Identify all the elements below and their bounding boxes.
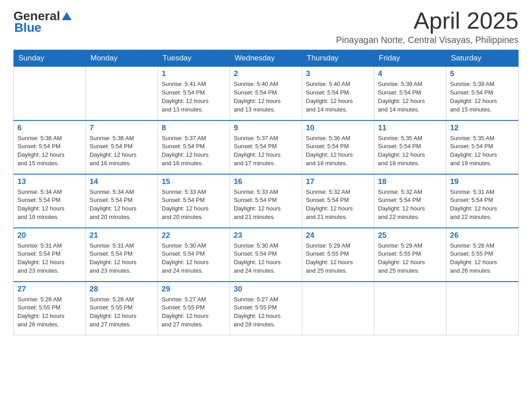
day-info: Sunrise: 5:30 AM Sunset: 5:54 PM Dayligh… [162,242,226,275]
calendar-cell: 28Sunrise: 5:28 AM Sunset: 5:55 PM Dayli… [86,282,158,335]
day-info: Sunrise: 5:31 AM Sunset: 5:54 PM Dayligh… [17,242,82,275]
day-info: Sunrise: 5:40 AM Sunset: 5:54 PM Dayligh… [234,80,298,114]
day-number: 12 [450,124,515,133]
calendar-cell: 17Sunrise: 5:32 AM Sunset: 5:54 PM Dayli… [302,174,374,228]
calendar-cell: 2Sunrise: 5:40 AM Sunset: 5:54 PM Daylig… [230,67,302,120]
calendar-cell: 16Sunrise: 5:33 AM Sunset: 5:54 PM Dayli… [230,174,302,228]
day-info: Sunrise: 5:35 AM Sunset: 5:54 PM Dayligh… [378,134,442,168]
calendar-table: SundayMondayTuesdayWednesdayThursdayFrid… [13,50,519,335]
weekday-header-monday: Monday [86,50,158,67]
calendar-cell: 12Sunrise: 5:35 AM Sunset: 5:54 PM Dayli… [446,120,519,174]
day-info: Sunrise: 5:38 AM Sunset: 5:54 PM Dayligh… [90,134,154,168]
calendar-cell: 15Sunrise: 5:33 AM Sunset: 5:54 PM Dayli… [158,174,230,228]
calendar-cell: 20Sunrise: 5:31 AM Sunset: 5:54 PM Dayli… [14,228,86,282]
calendar-cell: 21Sunrise: 5:31 AM Sunset: 5:54 PM Dayli… [86,228,158,282]
day-info: Sunrise: 5:39 AM Sunset: 5:54 PM Dayligh… [378,80,442,114]
day-info: Sunrise: 5:28 AM Sunset: 5:55 PM Dayligh… [90,295,154,329]
day-number: 14 [90,177,154,186]
weekday-header-thursday: Thursday [302,50,374,67]
calendar-cell: 10Sunrise: 5:36 AM Sunset: 5:54 PM Dayli… [302,120,374,174]
calendar-week-row: 1Sunrise: 5:41 AM Sunset: 5:54 PM Daylig… [14,67,519,120]
calendar-cell: 25Sunrise: 5:29 AM Sunset: 5:55 PM Dayli… [374,228,446,282]
day-number: 22 [162,231,226,240]
logo-blue-text: Blue [13,21,42,35]
calendar-cell: 1Sunrise: 5:41 AM Sunset: 5:54 PM Daylig… [158,67,230,120]
day-info: Sunrise: 5:37 AM Sunset: 5:54 PM Dayligh… [234,134,298,168]
weekday-header-saturday: Saturday [446,50,519,67]
weekday-header-friday: Friday [374,50,446,67]
day-number: 13 [17,177,82,186]
calendar-cell: 7Sunrise: 5:38 AM Sunset: 5:54 PM Daylig… [86,120,158,174]
day-number: 2 [234,69,298,78]
day-info: Sunrise: 5:33 AM Sunset: 5:54 PM Dayligh… [234,188,298,222]
day-number: 17 [306,177,370,186]
day-info: Sunrise: 5:36 AM Sunset: 5:54 PM Dayligh… [306,134,370,168]
day-number: 23 [234,231,298,240]
calendar-week-row: 13Sunrise: 5:34 AM Sunset: 5:54 PM Dayli… [14,174,519,228]
day-info: Sunrise: 5:39 AM Sunset: 5:54 PM Dayligh… [450,80,515,114]
day-info: Sunrise: 5:37 AM Sunset: 5:54 PM Dayligh… [162,134,226,168]
day-info: Sunrise: 5:30 AM Sunset: 5:54 PM Dayligh… [234,242,298,275]
day-number: 25 [378,231,442,240]
day-number: 1 [162,69,226,78]
day-number: 21 [90,231,154,240]
day-number: 6 [17,124,82,133]
calendar-cell: 14Sunrise: 5:34 AM Sunset: 5:54 PM Dayli… [86,174,158,228]
day-info: Sunrise: 5:34 AM Sunset: 5:54 PM Dayligh… [90,188,154,222]
day-number: 30 [234,285,298,294]
calendar-cell [302,282,374,335]
day-number: 18 [378,177,442,186]
weekday-header-wednesday: Wednesday [230,50,302,67]
calendar-cell: 22Sunrise: 5:30 AM Sunset: 5:54 PM Dayli… [158,228,230,282]
calendar-cell: 4Sunrise: 5:39 AM Sunset: 5:54 PM Daylig… [374,67,446,120]
calendar-cell: 9Sunrise: 5:37 AM Sunset: 5:54 PM Daylig… [230,120,302,174]
day-info: Sunrise: 5:29 AM Sunset: 5:55 PM Dayligh… [306,242,370,275]
day-info: Sunrise: 5:31 AM Sunset: 5:54 PM Dayligh… [90,242,154,275]
calendar-week-row: 27Sunrise: 5:28 AM Sunset: 5:55 PM Dayli… [14,282,519,335]
calendar-cell: 8Sunrise: 5:37 AM Sunset: 5:54 PM Daylig… [158,120,230,174]
day-number: 24 [306,231,370,240]
day-info: Sunrise: 5:40 AM Sunset: 5:54 PM Dayligh… [306,80,370,114]
calendar-cell: 6Sunrise: 5:38 AM Sunset: 5:54 PM Daylig… [14,120,86,174]
calendar-cell: 26Sunrise: 5:28 AM Sunset: 5:55 PM Dayli… [446,228,519,282]
day-info: Sunrise: 5:27 AM Sunset: 5:55 PM Dayligh… [234,295,298,329]
day-number: 5 [450,69,515,78]
title-section: April 2025 Pinayagan Norte, Central Visa… [336,9,519,45]
calendar-cell: 27Sunrise: 5:28 AM Sunset: 5:55 PM Dayli… [14,282,86,335]
calendar-week-row: 6Sunrise: 5:38 AM Sunset: 5:54 PM Daylig… [14,120,519,174]
day-info: Sunrise: 5:28 AM Sunset: 5:55 PM Dayligh… [450,242,515,275]
day-number: 8 [162,124,226,133]
calendar-cell [446,282,519,335]
page-header: General Blue April 2025 Pinayagan Norte,… [13,9,519,45]
day-number: 15 [162,177,226,186]
day-info: Sunrise: 5:27 AM Sunset: 5:55 PM Dayligh… [162,295,226,329]
calendar-cell: 18Sunrise: 5:32 AM Sunset: 5:54 PM Dayli… [374,174,446,228]
day-number: 3 [306,69,370,78]
day-number: 7 [90,124,154,133]
calendar-cell: 11Sunrise: 5:35 AM Sunset: 5:54 PM Dayli… [374,120,446,174]
month-year-title: April 2025 [336,9,519,32]
day-number: 28 [90,285,154,294]
calendar-cell [14,67,86,120]
day-info: Sunrise: 5:28 AM Sunset: 5:55 PM Dayligh… [17,295,82,329]
calendar-cell: 13Sunrise: 5:34 AM Sunset: 5:54 PM Dayli… [14,174,86,228]
location-subtitle: Pinayagan Norte, Central Visayas, Philip… [336,35,519,45]
weekday-header-tuesday: Tuesday [158,50,230,67]
day-info: Sunrise: 5:34 AM Sunset: 5:54 PM Dayligh… [17,188,82,222]
calendar-cell: 23Sunrise: 5:30 AM Sunset: 5:54 PM Dayli… [230,228,302,282]
calendar-cell [374,282,446,335]
calendar-cell: 19Sunrise: 5:31 AM Sunset: 5:54 PM Dayli… [446,174,519,228]
day-info: Sunrise: 5:31 AM Sunset: 5:54 PM Dayligh… [450,188,515,222]
day-number: 4 [378,69,442,78]
day-number: 11 [378,124,442,133]
weekday-header-row: SundayMondayTuesdayWednesdayThursdayFrid… [14,50,519,67]
svg-marker-0 [62,12,72,20]
day-info: Sunrise: 5:35 AM Sunset: 5:54 PM Dayligh… [450,134,515,168]
calendar-cell: 24Sunrise: 5:29 AM Sunset: 5:55 PM Dayli… [302,228,374,282]
day-number: 27 [17,285,82,294]
day-number: 16 [234,177,298,186]
day-number: 29 [162,285,226,294]
day-info: Sunrise: 5:33 AM Sunset: 5:54 PM Dayligh… [162,188,226,222]
day-number: 26 [450,231,515,240]
calendar-cell: 5Sunrise: 5:39 AM Sunset: 5:54 PM Daylig… [446,67,519,120]
